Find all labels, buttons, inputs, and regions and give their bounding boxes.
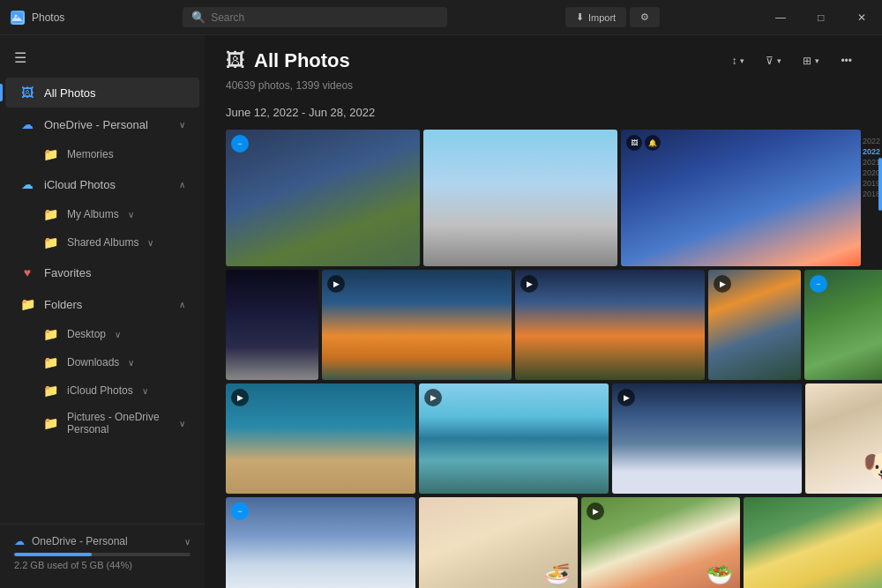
close-button[interactable]: ✕	[841, 0, 882, 35]
timeline-indicator	[878, 158, 882, 211]
app-icon	[11, 11, 25, 25]
memories-icon: 📁	[42, 146, 58, 162]
sidebar-item-icloud-folder[interactable]: 📁 iCloud Photos ∨	[5, 377, 199, 404]
sidebar-item-my-albums[interactable]: 📁 My Albums ∨	[5, 201, 199, 227]
photo-video-badge: ▶	[231, 389, 249, 406]
filter-button[interactable]: ⊽ ▾	[757, 50, 790, 71]
pictures-onedrive-label: Pictures - OneDrive Personal	[67, 411, 170, 435]
icloud-folder-label: iCloud Photos	[67, 384, 133, 397]
photo-cell[interactable]: −	[226, 497, 415, 588]
photo-badges: 🖼 🔔	[626, 135, 661, 151]
photo-cell[interactable]: ▶	[515, 270, 705, 380]
photo-row-2: ▶ ▶ ▶ −	[226, 270, 861, 380]
page-title: All Photos	[254, 49, 350, 72]
more-button[interactable]: •••	[832, 50, 861, 71]
date-range: June 12, 2022 - Jun 28, 2022	[205, 99, 882, 130]
sidebar-item-desktop[interactable]: 📁 Desktop ∨	[5, 321, 199, 347]
storage-text: 2.2 GB used of 5 GB (44%)	[14, 560, 191, 570]
timeline-year-2021[interactable]: 2021	[863, 158, 880, 167]
titlebar: Photos 🔍 ⬇ Import ⚙ — □ ✕	[0, 0, 882, 35]
sidebar-item-shared-albums[interactable]: 📁 Shared Albums ∨	[5, 229, 199, 256]
shared-albums-label: Shared Albums	[67, 236, 138, 249]
icloud-chevron-icon: ∧	[179, 180, 185, 190]
folders-chevron-icon: ∧	[179, 300, 185, 309]
my-albums-icon: 📁	[42, 206, 58, 222]
photo-cell[interactable]: ▶	[419, 383, 609, 494]
settings-button[interactable]: ⚙	[630, 7, 660, 27]
folders-label: Folders	[44, 298, 170, 311]
onedrive-label: OneDrive - Personal	[44, 118, 170, 131]
icloud-folder-icon: 📁	[42, 383, 58, 398]
timeline-year-2019[interactable]: 2019	[863, 179, 880, 188]
sidebar-item-icloud[interactable]: ☁ iCloud Photos ∧	[5, 169, 199, 199]
sidebar-item-favorites[interactable]: ♥ Favorites	[5, 257, 199, 287]
sort-button[interactable]: ↕ ▾	[722, 50, 753, 71]
sidebar-item-folders-header[interactable]: 📁 Folders ∧	[5, 289, 199, 319]
search-icon: 🔍	[191, 11, 206, 24]
salad-drawing: 🥗	[706, 562, 733, 587]
view-button[interactable]: ⊞ ▾	[794, 50, 828, 71]
all-photos-icon: 🖼	[19, 85, 35, 100]
sidebar-item-all-photos[interactable]: 🖼 All Photos	[5, 78, 199, 108]
view-chevron-icon: ▾	[815, 56, 819, 65]
header-actions: ↕ ▾ ⊽ ▾ ⊞ ▾ •••	[722, 50, 861, 71]
icloud-icon: ☁	[19, 176, 35, 192]
sidebar-item-memories[interactable]: 📁 Memories	[5, 141, 199, 167]
photo-cell[interactable]: 🍜	[419, 497, 578, 588]
timeline-year-2022b[interactable]: 2022	[863, 147, 880, 156]
photo-cell[interactable]: ▶	[708, 270, 801, 380]
storage-onedrive-label: OneDrive - Personal	[32, 535, 128, 547]
maximize-button[interactable]: □	[801, 0, 841, 35]
page-title-area: 🖼 All Photos	[226, 49, 350, 72]
photo-row-4: − 🍜 ▶ 🥗 ▶	[226, 497, 861, 588]
photo-cell[interactable]: ▶	[226, 383, 415, 494]
storage-bar	[14, 553, 191, 556]
app-body: ☰ 🖼 All Photos ☁ OneDrive - Personal ∨ 📁…	[0, 35, 882, 588]
sidebar-item-downloads[interactable]: 📁 Downloads ∨	[5, 349, 199, 376]
my-albums-chevron-icon: ∨	[128, 210, 134, 220]
sort-chevron-icon: ▾	[740, 56, 744, 65]
main-content: 🖼 All Photos ↕ ▾ ⊽ ▾ ⊞ ▾ •••	[205, 35, 882, 588]
photo-video-badge: ▶	[714, 275, 731, 293]
photo-alert-badge: 🔔	[645, 135, 661, 151]
timeline-year-2018[interactable]: 2018	[863, 190, 880, 198]
photo-video-badge: 🖼	[626, 135, 642, 151]
all-photos-label: All Photos	[44, 86, 185, 100]
timeline-year-2022a[interactable]: 2022	[863, 137, 880, 145]
food-drawing: 🍜	[544, 562, 571, 587]
desktop-icon: 📁	[42, 326, 58, 342]
desktop-label: Desktop	[67, 328, 106, 340]
photo-select-badge: −	[810, 275, 827, 293]
photo-cell[interactable]: ▶	[322, 270, 512, 380]
my-albums-label: My Albums	[67, 208, 119, 220]
photo-cell[interactable]	[423, 130, 617, 266]
import-icon: ⬇	[576, 11, 584, 23]
photo-cell[interactable]: 🖼 🔔	[621, 130, 861, 266]
icloud-label: iCloud Photos	[44, 178, 170, 191]
search-input[interactable]	[211, 11, 438, 24]
photo-cell[interactable]: −	[226, 130, 420, 266]
view-icon: ⊞	[803, 55, 811, 67]
onedrive-icon: ☁	[19, 116, 35, 132]
photo-video-badge: ▶	[520, 275, 538, 293]
timeline-year-2020[interactable]: 2020	[863, 168, 880, 177]
sidebar-item-onedrive[interactable]: ☁ OneDrive - Personal ∨	[5, 109, 199, 139]
photo-cell[interactable]: ▶	[612, 383, 802, 494]
sidebar-item-pictures-onedrive[interactable]: 📁 Pictures - OneDrive Personal ∨	[5, 406, 199, 441]
photo-cell[interactable]: ▶ 🥗	[581, 497, 740, 588]
titlebar-actions: ⬇ Import ⚙	[565, 7, 660, 27]
storage-onedrive-icon: ☁	[14, 535, 25, 547]
desktop-chevron-icon: ∨	[115, 330, 121, 339]
app-title: Photos	[32, 11, 64, 24]
import-button[interactable]: ⬇ Import	[565, 7, 626, 27]
photo-video-badge: ▶	[617, 389, 635, 406]
storage-info[interactable]: ☁ OneDrive - Personal ∨	[14, 535, 191, 547]
search-box[interactable]: 🔍	[183, 7, 447, 27]
minimize-button[interactable]: —	[760, 0, 801, 35]
photo-count: 40639 photos, 1399 videos	[205, 79, 882, 99]
content-header: 🖼 All Photos ↕ ▾ ⊽ ▾ ⊞ ▾ •••	[205, 35, 882, 79]
folders-icon: 📁	[19, 296, 35, 312]
hamburger-menu[interactable]: ☰	[0, 42, 205, 77]
photo-video-badge: ▶	[587, 502, 604, 520]
photo-cell[interactable]	[226, 270, 318, 380]
